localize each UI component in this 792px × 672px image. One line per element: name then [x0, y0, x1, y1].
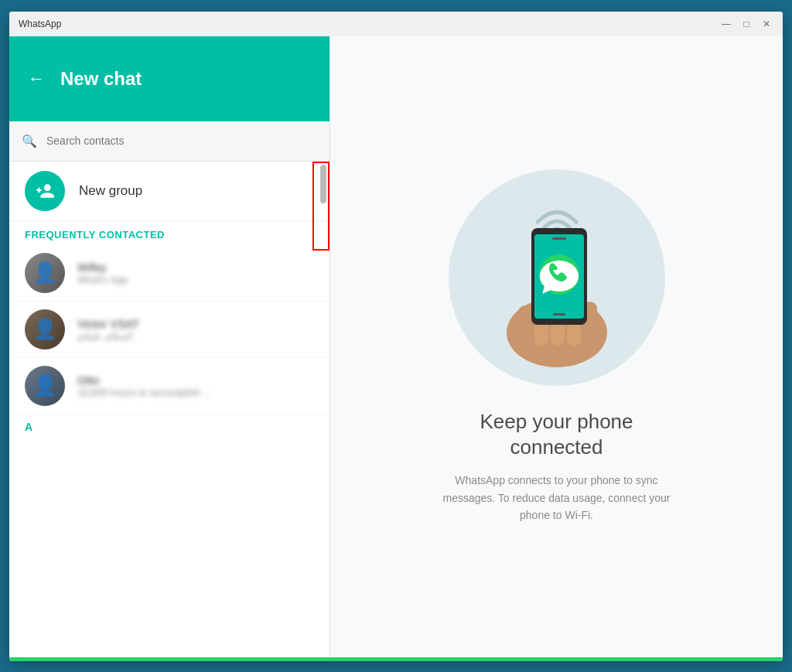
- maximize-button[interactable]: □: [739, 17, 753, 31]
- list-item[interactable]: 👤 Wifey What's App: [9, 245, 329, 302]
- search-bar: 🔍: [9, 121, 329, 162]
- right-panel: Keep your phoneconnected WhatsApp connec…: [330, 36, 783, 657]
- new-group-icon: [25, 171, 65, 211]
- app-window: WhatsApp — □ ✕ ← New chat 🔍: [9, 12, 783, 661]
- phone-svg: [476, 205, 638, 370]
- avatar: 👤: [25, 366, 65, 406]
- avatar: 👤: [25, 309, 65, 350]
- contact-info: Otto 18,800 hours to accomplish ...: [77, 374, 314, 398]
- left-panel: ← New chat 🔍 New group: [9, 36, 330, 657]
- frequently-contacted-label: FREQUENTLY CONTACTED: [9, 221, 329, 245]
- new-group-label: New group: [79, 183, 142, 199]
- title-bar: WhatsApp — □ ✕: [9, 12, 783, 36]
- contact-list: 👤 Wifey What's App 👤 Victor VSAT السلام …: [9, 245, 329, 657]
- contact-info: Wifey What's App: [77, 261, 314, 285]
- contact-status: What's App: [77, 274, 314, 285]
- close-button[interactable]: ✕: [760, 17, 773, 31]
- new-group-row[interactable]: New group: [9, 162, 329, 221]
- list-item[interactable]: 👤 Victor VSAT السلام عليكم: [9, 302, 329, 358]
- svg-rect-11: [553, 313, 565, 316]
- new-chat-title: New chat: [60, 68, 142, 90]
- back-button[interactable]: ←: [28, 69, 45, 89]
- contact-status: 18,800 hours to accomplish ...: [77, 387, 314, 398]
- search-input[interactable]: [46, 135, 317, 147]
- list-item[interactable]: 👤 Otto 18,800 hours to accomplish ...: [9, 358, 329, 414]
- svg-rect-2: [518, 305, 532, 348]
- avatar: 👤: [25, 253, 65, 293]
- phone-illustration: [449, 169, 665, 386]
- contact-name: Victor VSAT: [77, 317, 314, 330]
- contact-name: Wifey: [77, 261, 314, 274]
- window-title: WhatsApp: [19, 19, 61, 29]
- alpha-section-label: A: [9, 414, 329, 436]
- bottom-green-bar: [9, 657, 783, 661]
- app-body: ← New chat 🔍 New group: [9, 36, 783, 657]
- minimize-button[interactable]: —: [719, 17, 733, 31]
- new-chat-header: ← New chat: [9, 36, 329, 121]
- search-icon: 🔍: [22, 134, 37, 148]
- contact-name: Otto: [77, 374, 314, 387]
- contact-status: السلام عليكم: [77, 330, 314, 342]
- contact-info: Victor VSAT السلام عليكم: [77, 317, 314, 342]
- keep-connected-title: Keep your phoneconnected: [480, 409, 633, 462]
- keep-connected-subtitle: WhatsApp connects to your phone to sync …: [433, 472, 681, 524]
- window-controls: — □ ✕: [719, 17, 773, 31]
- svg-rect-10: [552, 237, 566, 240]
